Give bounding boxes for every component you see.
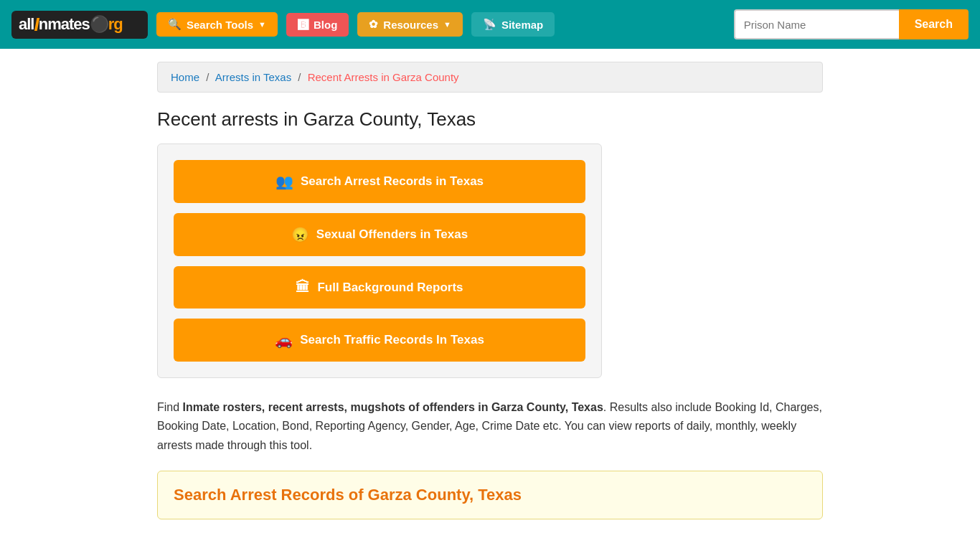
full-background-reports-button[interactable]: 🏛 Full Background Reports xyxy=(174,266,585,309)
blog-label: Blog xyxy=(314,19,337,31)
resources-caret-icon: ▼ xyxy=(443,20,451,29)
breadcrumb: Home / Arrests in Texas / Recent Arrests… xyxy=(157,62,823,93)
page-description: Find Inmate rosters, recent arrests, mug… xyxy=(157,398,823,455)
sitemap-button[interactable]: 📡 Sitemap xyxy=(471,12,555,37)
breadcrumb-sep-1: / xyxy=(206,71,209,83)
resources-label: Resources xyxy=(383,19,438,31)
resources-button[interactable]: ✿ Resources ▼ xyxy=(357,12,463,37)
resources-icon: ✿ xyxy=(369,18,378,31)
arrest-records-label: Search Arrest Records in Texas xyxy=(301,174,484,189)
search-icon: 🔍 xyxy=(168,18,182,31)
sexual-offenders-label: Sexual Offenders in Texas xyxy=(316,227,468,242)
search-tools-button[interactable]: 🔍 Search Tools ▼ xyxy=(156,12,278,37)
traffic-records-icon: 🚗 xyxy=(275,331,293,349)
search-arrest-records-section: Search Arrest Records of Garza County, T… xyxy=(157,471,823,519)
background-reports-label: Full Background Reports xyxy=(317,281,463,295)
logo-dot: ⚫ xyxy=(90,15,108,34)
blog-icon: 🅱 xyxy=(298,19,308,31)
breadcrumb-sep-2: / xyxy=(298,71,301,83)
prison-name-input[interactable] xyxy=(734,9,899,39)
caret-icon: ▼ xyxy=(258,20,266,29)
site-logo[interactable]: allInmates⚫rg xyxy=(11,11,148,39)
breadcrumb-current: Recent Arrests in Garza County xyxy=(308,71,459,83)
sitemap-label: Sitemap xyxy=(501,19,543,31)
description-intro: Find xyxy=(157,401,183,413)
sexual-offenders-icon: 😠 xyxy=(291,226,309,243)
breadcrumb-home[interactable]: Home xyxy=(171,71,199,83)
sexual-offenders-button[interactable]: 😠 Sexual Offenders in Texas xyxy=(174,213,585,256)
logo-nmates: nmates xyxy=(39,15,90,34)
header-search-button[interactable]: Search xyxy=(899,9,969,39)
header-search-area: Search xyxy=(734,9,969,39)
action-buttons-card: 👥 Search Arrest Records in Texas 😠 Sexua… xyxy=(157,143,602,378)
main-content: Home / Arrests in Texas / Recent Arrests… xyxy=(146,49,834,532)
traffic-records-label: Search Traffic Records In Texas xyxy=(300,333,484,347)
blog-button[interactable]: 🅱 Blog xyxy=(286,13,349,37)
site-header: allInmates⚫rg 🔍 Search Tools ▼ 🅱 Blog ✿ … xyxy=(0,0,980,49)
breadcrumb-arrests-texas[interactable]: Arrests in Texas xyxy=(215,71,291,83)
sitemap-icon: 📡 xyxy=(483,18,496,31)
background-reports-icon: 🏛 xyxy=(296,279,310,296)
header-search-label: Search xyxy=(915,18,953,30)
search-traffic-records-button[interactable]: 🚗 Search Traffic Records In Texas xyxy=(174,319,585,362)
search-section-title: Search Arrest Records of Garza County, T… xyxy=(174,486,806,504)
search-tools-label: Search Tools xyxy=(187,19,253,31)
logo-all: all xyxy=(19,15,34,34)
search-arrest-records-button[interactable]: 👥 Search Arrest Records in Texas xyxy=(174,160,585,203)
description-bold: Inmate rosters, recent arrests, mugshots… xyxy=(183,401,603,413)
page-title: Recent arrests in Garza County, Texas xyxy=(157,108,823,131)
arrest-records-icon: 👥 xyxy=(275,173,293,190)
logo-org: rg xyxy=(108,15,123,34)
